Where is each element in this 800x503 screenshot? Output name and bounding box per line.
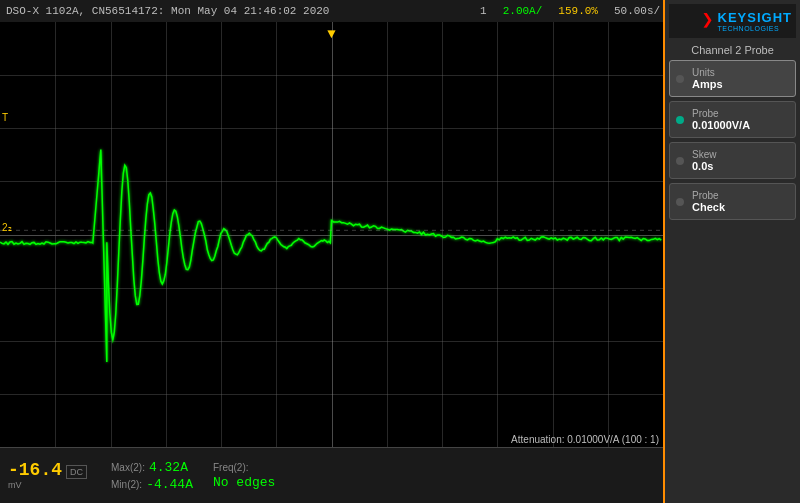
freq-label: Freq(2): xyxy=(213,462,249,473)
dc-badge: DC xyxy=(66,465,87,479)
horizontal-pos: 159.0% xyxy=(558,5,598,17)
skew-label: Skew xyxy=(692,149,787,160)
skew-value: 0.0s xyxy=(692,160,787,172)
freq-value-row: No edges xyxy=(213,475,275,490)
probe-check-label: Probe xyxy=(692,190,787,201)
t-marker: T xyxy=(2,112,8,123)
probe-check-sub: Check xyxy=(692,201,787,213)
units-button[interactable]: Units Amps xyxy=(669,60,796,97)
probe-button[interactable]: Probe 0.01000V/A xyxy=(669,101,796,138)
freq-pair: Freq(2): No edges xyxy=(213,462,275,490)
main-voltage-meas: -16.4 DC mV xyxy=(8,461,87,491)
ch2-marker: 2₂ xyxy=(2,222,12,233)
freq-row: Freq(2): xyxy=(213,462,275,473)
probe-dot-icon xyxy=(676,116,684,124)
max-min-pair: Max(2): 4.32A Min(2): -4.44A xyxy=(111,460,193,492)
units-value: Amps xyxy=(692,78,787,90)
bottom-bar: -16.4 DC mV Max(2): 4.32A Min(2): -4.44A… xyxy=(0,447,663,503)
max-row: Max(2): 4.32A xyxy=(111,460,193,475)
skew-button[interactable]: Skew 0.0s xyxy=(669,142,796,179)
keysight-technologies: TECHNOLOGIES xyxy=(718,25,780,32)
min-label: Min(2): xyxy=(111,479,142,490)
main-voltage-value: -16.4 xyxy=(8,461,62,481)
probe-value: 0.01000V/A xyxy=(692,119,787,131)
units-label: Units xyxy=(692,67,787,78)
keysight-chevron-icon: ❯ xyxy=(701,11,713,31)
keysight-name: KEYSIGHT xyxy=(718,10,792,25)
skew-dot-icon xyxy=(676,157,684,165)
right-panel: ❯ KEYSIGHT TECHNOLOGIES Channel 2 Probe … xyxy=(663,0,800,503)
freq-value: No edges xyxy=(213,475,275,490)
min-row: Min(2): -4.44A xyxy=(111,477,193,492)
keysight-logo: ❯ KEYSIGHT TECHNOLOGIES xyxy=(669,4,796,38)
scope-title: DSO-X 1102A, CN56514172: Mon May 04 21:4… xyxy=(6,5,480,17)
timebase-value: 2.00A/ xyxy=(503,5,543,17)
max-value: 4.32A xyxy=(149,460,188,475)
probe-check-dot-icon xyxy=(676,198,684,206)
min-value: -4.44A xyxy=(146,477,193,492)
time-per-div: 50.00s/ xyxy=(614,5,660,17)
trigger-marker: ▼ xyxy=(327,26,335,42)
oscilloscope-display: ▼ 2₂ T Attenuation: 0.01000V/A (100 : 1) xyxy=(0,22,663,447)
attenuation-label: Attenuation: 0.01000V/A (100 : 1) xyxy=(511,434,659,445)
probe-label: Probe xyxy=(692,108,787,119)
waveform-canvas xyxy=(0,22,663,447)
max-label: Max(2): xyxy=(111,462,145,473)
panel-section-title: Channel 2 Probe xyxy=(669,44,796,56)
ch2-label: 2 xyxy=(2,222,8,233)
channel1-indicator: 1 xyxy=(480,5,487,17)
units-dot-icon xyxy=(676,75,684,83)
probe-check-button[interactable]: Probe Check xyxy=(669,183,796,220)
main-voltage-sub: mV xyxy=(8,480,22,490)
